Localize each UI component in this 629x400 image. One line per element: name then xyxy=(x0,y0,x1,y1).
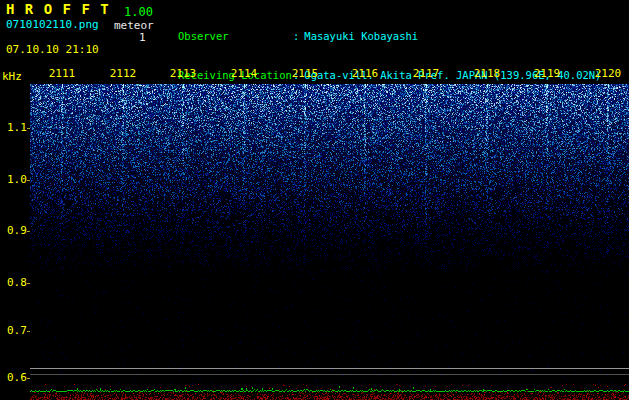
hrofft-window: H R O F F T 1.00 0710102110.png meteor 1… xyxy=(0,0,629,400)
y-axis-unit: kHz xyxy=(2,71,22,83)
time-label: 2111 xyxy=(48,68,76,80)
time-label: 2113 xyxy=(169,68,197,80)
app-version: 1.00 xyxy=(124,6,153,18)
info-value: Masayuki Kobayashi xyxy=(304,30,418,42)
freq-label: 1.1 xyxy=(7,122,29,134)
output-filename: 0710102110.png xyxy=(6,19,99,31)
time-label: 2115 xyxy=(291,68,319,80)
time-label: 2120 xyxy=(594,68,622,80)
station-row-observer: Observer:Masayuki Kobayashi xyxy=(178,30,601,43)
app-title: H R O F F T xyxy=(6,3,110,15)
datetime-label: 07.10.10 21:10 xyxy=(6,44,99,56)
freq-label: 0.9 xyxy=(7,225,29,237)
freq-label: 0.8 xyxy=(7,277,29,289)
info-colon: : xyxy=(293,30,299,42)
time-label: 2112 xyxy=(109,68,137,80)
info-label: Observer xyxy=(178,30,293,43)
freq-label: 0.6 xyxy=(7,372,29,384)
mode-label: meteor xyxy=(114,20,154,32)
freq-label: 1.0 xyxy=(7,174,29,186)
time-label: 2117 xyxy=(412,68,440,80)
time-label: 2116 xyxy=(351,68,379,80)
time-label: 2114 xyxy=(230,68,258,80)
freq-label: 0.7 xyxy=(7,325,29,337)
spectrogram-canvas xyxy=(30,84,629,400)
time-label: 2118 xyxy=(473,68,501,80)
time-label: 2119 xyxy=(533,68,561,80)
meteor-count: 1 xyxy=(139,32,146,44)
